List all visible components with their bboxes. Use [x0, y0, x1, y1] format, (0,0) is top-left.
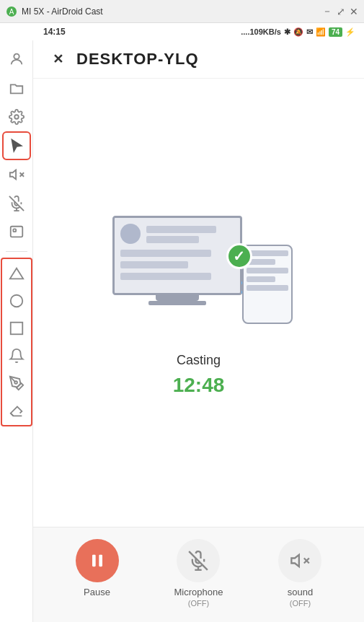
pause-button[interactable]: Pause — [76, 539, 119, 597]
shape-tools-group — [1, 258, 32, 426]
cast-status-label: Casting — [177, 353, 221, 368]
sidebar-item-eraser[interactable] — [4, 398, 30, 424]
close-window-button[interactable]: ✕ — [350, 6, 358, 17]
sidebar-item-triangle[interactable] — [4, 260, 30, 286]
svg-rect-9 — [10, 227, 22, 237]
content-header: ✕ DESKTOP-YLQ — [33, 40, 364, 79]
main-layout: ✕ DESKTOP-YLQ — [0, 40, 364, 622]
sidebar-item-profile[interactable] — [4, 46, 30, 72]
microphone-sublabel: (OFF) — [188, 599, 209, 608]
svg-marker-11 — [9, 268, 22, 279]
window-controls: － ⤢ ✕ — [322, 5, 358, 18]
mic-icon-circle — [177, 539, 220, 582]
sidebar-item-bell[interactable] — [4, 343, 30, 369]
sms-icon: ✉ — [306, 27, 313, 37]
sound-sublabel: (OFF) — [290, 599, 311, 608]
sidebar-item-screenshot[interactable] — [4, 219, 30, 245]
status-icons: ....109KB/s ✱ 🔕 ✉ 📶 74 ⚡ — [241, 27, 355, 37]
sidebar-item-mute[interactable] — [4, 162, 30, 188]
cast-timer: 12:48 — [173, 374, 225, 397]
cast-illustration: ✓ — [98, 209, 300, 338]
alarm-icon: 🔕 — [293, 27, 303, 37]
title-bar: A MI 5X - AirDroid Cast － ⤢ ✕ — [0, 0, 364, 23]
charging-icon: ⚡ — [345, 27, 355, 37]
svg-point-2 — [14, 54, 19, 59]
connected-badge: ✓ — [226, 243, 252, 269]
wifi-icon: 📶 — [316, 27, 326, 37]
svg-point-14 — [14, 381, 17, 384]
sidebar — [0, 40, 33, 622]
pause-icon-circle — [76, 539, 119, 582]
sidebar-item-folder[interactable] — [4, 75, 30, 101]
bluetooth-icon: ✱ — [284, 27, 290, 37]
network-speed: ....109KB/s — [241, 27, 281, 36]
microphone-label: Microphone — [174, 587, 223, 597]
app-icon: A — [6, 6, 17, 17]
sidebar-item-settings[interactable] — [4, 104, 30, 130]
svg-point-3 — [14, 115, 19, 119]
time-display: 14:15 — [43, 27, 66, 37]
svg-rect-10 — [13, 229, 16, 232]
sound-icon-circle — [278, 539, 321, 582]
sidebar-item-pen[interactable] — [4, 370, 30, 396]
sidebar-item-circle[interactable] — [4, 288, 30, 314]
pause-label: Pause — [84, 587, 110, 597]
status-bar: 14:15 ....109KB/s ✱ 🔕 ✉ 📶 74 ⚡ — [0, 23, 364, 40]
sidebar-divider — [6, 251, 27, 252]
minimize-button[interactable]: － — [322, 5, 332, 18]
svg-rect-16 — [99, 555, 102, 566]
cast-content: ✓ — [33, 79, 364, 527]
svg-rect-15 — [92, 555, 96, 566]
svg-point-12 — [10, 295, 22, 307]
microphone-button[interactable]: Microphone (OFF) — [174, 539, 223, 608]
battery-indicator: 74 — [329, 27, 342, 37]
device-name: DESKTOP-YLQ — [76, 50, 199, 69]
close-device-button[interactable]: ✕ — [48, 49, 68, 69]
sound-label: sound — [288, 587, 313, 597]
sidebar-item-pointer[interactable] — [4, 133, 30, 159]
svg-marker-20 — [292, 555, 300, 566]
monitor-graphic — [112, 216, 242, 310]
maximize-button[interactable]: ⤢ — [337, 6, 345, 17]
bottom-toolbar: Pause Microphone (OFF) — [33, 527, 364, 622]
sidebar-item-square[interactable] — [4, 315, 30, 341]
sound-button[interactable]: sound (OFF) — [278, 539, 321, 608]
sidebar-item-mic-off[interactable] — [4, 190, 30, 216]
svg-text:A: A — [9, 8, 14, 16]
svg-rect-13 — [10, 323, 22, 335]
content-area: ✕ DESKTOP-YLQ — [33, 40, 364, 622]
title-bar-text: MI 5X - AirDroid Cast — [22, 6, 103, 17]
